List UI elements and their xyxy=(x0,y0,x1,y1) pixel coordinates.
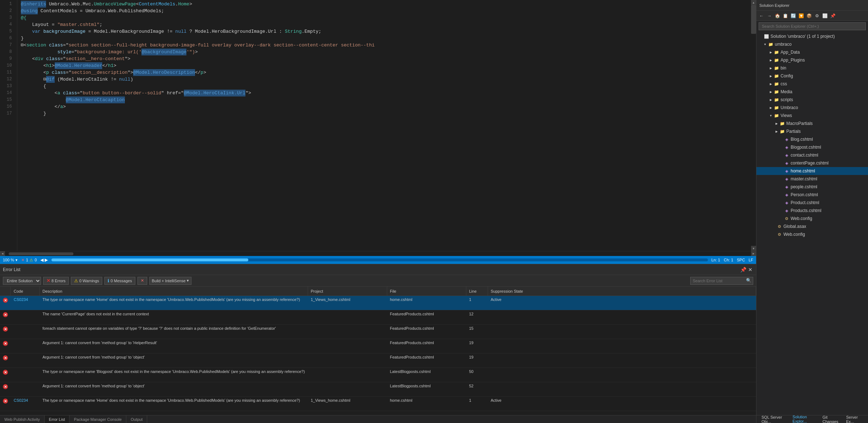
folder-label: css xyxy=(781,81,787,86)
tree-item-global-asax[interactable]: ⚙ Global.asax xyxy=(756,222,868,230)
se-properties-btn[interactable]: 📋 xyxy=(782,12,789,19)
col-desc-header[interactable]: Description xyxy=(40,287,308,296)
tree-item-person[interactable]: ◈ Person.cshtml xyxy=(756,191,868,199)
tab-web-publish[interactable]: Web Publish Activity xyxy=(0,415,45,423)
messages-btn[interactable]: ℹ 0 Messages xyxy=(104,277,135,285)
tree-item-products[interactable]: ◈ Products.cshtml xyxy=(756,207,868,215)
horiz-scroll[interactable]: ◀ ▶ xyxy=(0,251,756,256)
folder-icon: 📁 xyxy=(774,89,779,95)
nav-back-btn[interactable]: ◀ xyxy=(40,257,44,262)
se-collapse-btn[interactable]: 📦 xyxy=(805,12,813,19)
tab-package-manager[interactable]: Package Manager Console xyxy=(69,415,126,423)
tree-item-scripts[interactable]: ▶ 📁 scripts xyxy=(756,96,868,104)
code-line: <a class="button button--border--solid" … xyxy=(21,90,756,96)
filter-dropdown[interactable]: Entire Solution xyxy=(3,277,41,285)
table-row[interactable]: ✕ Argument 1: cannot convert from 'metho… xyxy=(0,382,756,397)
scroll-right-btn[interactable]: ▶ xyxy=(751,251,756,256)
tree-item-app-data[interactable]: ▶ 📁 App_Data xyxy=(756,48,868,56)
tree-item-config[interactable]: ▶ 📁 Config xyxy=(756,72,868,80)
col-line-header[interactable]: Line xyxy=(466,287,488,296)
tree-item-product[interactable]: ◈ Product.cshtml xyxy=(756,199,868,207)
error-list-panel: Error List 📌 ✕ Entire Solution ✕ 8 Error… xyxy=(0,264,756,415)
table-row[interactable]: ✕ Argument 1: cannot convert from 'metho… xyxy=(0,354,756,368)
se-search-input[interactable] xyxy=(760,23,864,29)
row-code: CS0234 xyxy=(11,397,40,404)
tree-item-macro-partials[interactable]: ▶ 📁 MacroPartials xyxy=(756,120,868,127)
warnings-btn[interactable]: ⚠ 0 Warnings xyxy=(71,277,102,285)
tree-item-bin[interactable]: ▶ 📁 bin xyxy=(756,64,868,72)
se-forward-btn[interactable]: → xyxy=(766,12,773,19)
nav-forward-btn[interactable]: ▶ xyxy=(45,257,48,262)
code-editor[interactable]: 12345 678910 1112131415 1617 @inherits U… xyxy=(0,0,756,251)
se-tab-sql[interactable]: SQL Server Obj... xyxy=(760,414,788,423)
table-row[interactable]: ✕ CS0234 The type or namespace name 'Hom… xyxy=(0,397,756,411)
se-tab-git[interactable]: Git Changes xyxy=(821,414,842,423)
clear-btn[interactable]: ✕ xyxy=(137,277,147,285)
tree-item-views[interactable]: ▼ 📁 Views xyxy=(756,112,868,120)
tree-solution-root[interactable]: ⬜ Solution 'umbraco' (1 of 1 project) xyxy=(756,32,868,40)
tab-web-publish-label: Web Publish Activity xyxy=(4,417,40,422)
status-errors[interactable]: ✕ 1 ⚠ 0 xyxy=(21,258,37,262)
tree-item-css[interactable]: ▶ 📁 css xyxy=(756,80,868,88)
tree-item-blog[interactable]: ◈ Blog.cshtml xyxy=(756,135,868,143)
tree-item-home[interactable]: ◈ home.cshtml xyxy=(756,167,868,175)
se-filter-btn[interactable]: 🔽 xyxy=(797,12,805,19)
table-row[interactable]: ✕ Argument 1: cannot convert from 'metho… xyxy=(0,339,756,354)
table-row[interactable]: ✕ The name 'CurrentPage' does not exist … xyxy=(0,310,756,325)
table-row[interactable]: ✕ foreach statement cannot operate on va… xyxy=(0,325,756,339)
se-pin-btn[interactable]: 📌 xyxy=(829,12,836,19)
tree-item-people[interactable]: ◈ people.cshtml xyxy=(756,183,868,191)
tree-item-blogpost[interactable]: ◈ Blogpost.cshtml xyxy=(756,143,868,151)
tree-item-app-plugins[interactable]: ▶ 📁 App_Plugins xyxy=(756,56,868,64)
tree-item-root-webconfig[interactable]: ⚙ Web.config xyxy=(756,230,868,238)
tab-output[interactable]: Output xyxy=(126,415,147,423)
tree-item-master[interactable]: ◈ master.cshtml xyxy=(756,175,868,183)
se-refresh-btn[interactable]: 🔄 xyxy=(790,12,797,19)
col-project-header[interactable]: Project xyxy=(308,287,387,296)
status-zoom[interactable]: 100 % ▾ xyxy=(3,258,18,262)
tree-project-root[interactable]: ▼ 📁 umbraco xyxy=(756,40,868,48)
build-dropdown[interactable]: Build + IntelliSense ▾ xyxy=(149,277,191,285)
se-home-btn[interactable]: 🏠 xyxy=(774,12,781,19)
tree-item-contentpage[interactable]: ◈ contentPage.cshtml xyxy=(756,159,868,167)
zoom-dropdown-icon[interactable]: ▾ xyxy=(15,258,18,262)
close-btn[interactable]: ✕ xyxy=(747,267,753,273)
tree-item-partials[interactable]: ▶ 📁 Partials xyxy=(756,127,868,135)
col-file-header[interactable]: File xyxy=(387,287,466,296)
se-tab-server[interactable]: Server Ex... xyxy=(845,414,864,423)
tree-item-umbraco[interactable]: ▶ 📁 Umbraco xyxy=(756,104,868,112)
status-nav[interactable]: ◀ ▶ xyxy=(40,257,48,262)
search-box[interactable]: 🔍 xyxy=(690,277,753,285)
se-tree[interactable]: ⬜ Solution 'umbraco' (1 of 1 project) ▼ … xyxy=(756,32,868,415)
file-spacer xyxy=(771,224,777,229)
error-panel-header: Error List 📌 ✕ xyxy=(0,264,756,275)
se-settings-btn[interactable]: ⚙ xyxy=(813,12,820,19)
error-table[interactable]: Code Description Project File Line Suppr… xyxy=(0,287,756,415)
scroll-up-btn[interactable]: ▲ xyxy=(751,0,756,5)
table-row[interactable]: ✕ The type or namespace name 'Blogpost' … xyxy=(0,368,756,382)
folder-arrow: ▶ xyxy=(768,65,774,71)
col-code-header[interactable]: Code xyxy=(11,287,40,296)
file-label: Web.config xyxy=(791,216,812,221)
vertical-scrollbar[interactable]: ▲ ▼ xyxy=(751,0,756,251)
se-tab-solution[interactable]: Solution Explor... xyxy=(791,414,818,423)
tab-error-list[interactable]: Error List xyxy=(45,415,70,423)
scroll-down-btn[interactable]: ▼ xyxy=(751,246,756,251)
tree-item-contact[interactable]: ◈ contact.cshtml xyxy=(756,151,868,159)
se-back-btn[interactable]: ← xyxy=(758,12,765,19)
code-content[interactable]: @inherits Umbraco.Web.Mvc.UmbracoViewPag… xyxy=(17,0,756,251)
tree-item-views-webconfig[interactable]: ⚙ Web.config xyxy=(756,215,868,222)
pin-btn[interactable]: 📌 xyxy=(740,267,746,273)
search-input[interactable] xyxy=(691,278,745,284)
info-icon: ℹ xyxy=(108,278,109,283)
scroll-thumb xyxy=(751,5,756,34)
row-description: Argument 1: cannot convert from 'method … xyxy=(40,354,308,361)
se-newwindow-btn[interactable]: ⬜ xyxy=(821,12,828,19)
scroll-left-btn[interactable]: ◀ xyxy=(0,251,5,256)
table-row[interactable]: ✕ CS0234 The type or namespace name 'Hom… xyxy=(0,296,756,310)
col-suppression-header[interactable]: Suppression State xyxy=(488,287,756,296)
tree-item-media[interactable]: ▶ 📁 Media xyxy=(756,88,868,96)
scroll-track[interactable] xyxy=(751,5,756,246)
errors-btn[interactable]: ✕ 8 Errors xyxy=(43,277,69,285)
se-search[interactable] xyxy=(759,22,866,30)
